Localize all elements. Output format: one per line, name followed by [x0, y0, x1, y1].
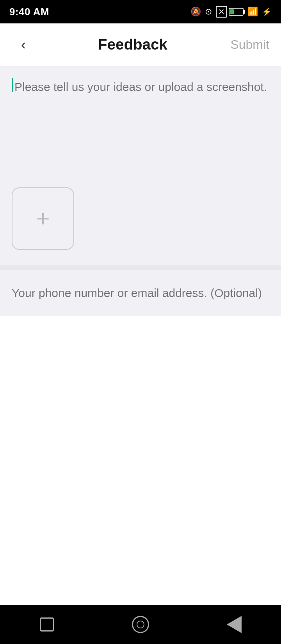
battery-body: [229, 8, 244, 16]
feedback-textarea[interactable]: [14, 78, 269, 183]
battery-indicator: ✕: [216, 6, 244, 18]
status-bar: 9:40 AM 🔕 ⊙ ✕ 📶 ⚡: [0, 0, 281, 23]
feedback-section: +: [0, 66, 281, 265]
back-button[interactable]: ‹: [12, 33, 35, 57]
upload-screenshot-button[interactable]: +: [12, 187, 74, 250]
status-icons: 🔕 ⊙ ✕ 📶 ⚡: [190, 6, 272, 18]
battery-fill: [230, 9, 234, 14]
triangle-back-icon: [227, 616, 242, 633]
square-icon: [40, 617, 54, 632]
mute-icon: 🔕: [190, 7, 201, 17]
recents-button[interactable]: [125, 609, 156, 640]
text-cursor: [12, 78, 13, 92]
submit-button[interactable]: Submit: [230, 34, 269, 56]
location-icon: ⊙: [205, 7, 212, 17]
home-button[interactable]: [31, 609, 62, 640]
wifi-icon: 📶: [247, 7, 258, 17]
feedback-input-wrapper[interactable]: [12, 78, 269, 183]
contact-input[interactable]: [12, 284, 269, 302]
nav-bar: ‹ Feedback Submit: [0, 23, 281, 66]
main-content-area: [0, 316, 281, 605]
circle-icon: [132, 616, 149, 633]
page-title: Feedback: [98, 36, 167, 53]
back-nav-button[interactable]: [219, 609, 250, 640]
contact-section: [0, 270, 281, 316]
bottom-nav-bar: [0, 605, 281, 644]
battery-x-icon: ✕: [216, 6, 227, 18]
status-time: 9:40 AM: [9, 6, 49, 18]
back-chevron-icon: ‹: [21, 38, 26, 52]
section-divider: [0, 265, 281, 270]
bolt-icon: ⚡: [262, 7, 272, 16]
plus-icon: +: [36, 207, 50, 230]
